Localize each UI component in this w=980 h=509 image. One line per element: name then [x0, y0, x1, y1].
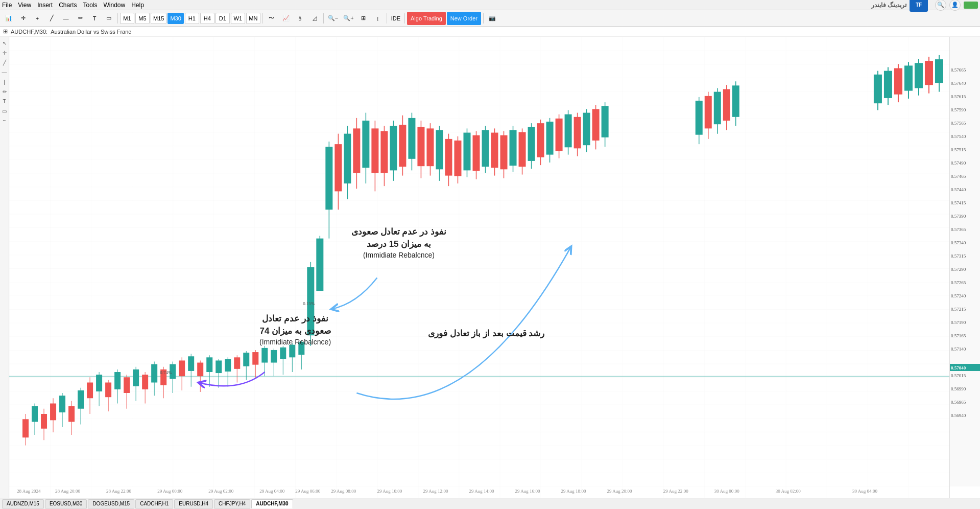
signal-bar: [964, 2, 978, 9]
tf-m1[interactable]: M1: [120, 13, 134, 24]
chart-canvas[interactable]: 0.15% 0.74% 28 Aug 2024 28 Aug 20:00 28 …: [9, 37, 949, 498]
line-btn[interactable]: ╱: [45, 12, 58, 25]
tab-cadchf[interactable]: CADCHF,H1: [135, 499, 173, 508]
tf-w1[interactable]: W1: [231, 13, 245, 24]
zoom-in-btn[interactable]: 🔍+: [341, 12, 355, 25]
svg-rect-132: [696, 101, 703, 135]
tab-audnzd[interactable]: AUDNZD,M15: [2, 499, 44, 508]
chart-scroll-btn[interactable]: 〜: [265, 12, 278, 25]
menu-window[interactable]: Window: [104, 2, 126, 9]
tab-dogeusd[interactable]: DOGEUSD,M15: [88, 499, 134, 508]
svg-text:0.57515: 0.57515: [951, 147, 966, 152]
svg-rect-58: [271, 350, 277, 363]
svg-rect-142: [874, 75, 882, 103]
main-area: ↖ ✛ ╱ — | ✏ T ▭ ~: [0, 37, 980, 498]
tf-h1[interactable]: H1: [185, 13, 199, 24]
hline-btn[interactable]: —: [59, 12, 73, 25]
svg-rect-60: [280, 348, 286, 359]
search-icon[interactable]: 🔍: [935, 0, 946, 11]
svg-rect-26: [124, 377, 130, 393]
annotation-text2: نفوذ در عدم تعادل صعودی به میزان 74 (Imm…: [259, 313, 331, 347]
svg-text:29 Aug 18:00: 29 Aug 18:00: [561, 489, 586, 494]
svg-rect-98: [454, 141, 461, 176]
chart-type-btn[interactable]: 📊: [2, 12, 15, 25]
tab-eosusd[interactable]: EOSUSD,M30: [45, 499, 87, 508]
tab-audchf[interactable]: AUDCHF,M30: [251, 499, 293, 508]
svg-text:0.57615: 0.57615: [951, 94, 966, 99]
tool-text[interactable]: T: [1, 97, 9, 105]
tool-line[interactable]: ╱: [1, 58, 9, 66]
svg-rect-96: [445, 139, 452, 176]
svg-rect-126: [583, 113, 590, 146]
grid-btn[interactable]: ⊞: [357, 12, 370, 25]
user-icon[interactable]: 👤: [949, 0, 961, 11]
tool-fib[interactable]: ~: [1, 117, 9, 125]
svg-text:29 Aug 00:00: 29 Aug 00:00: [157, 489, 182, 494]
tool-rect[interactable]: ▭: [1, 107, 9, 115]
vol-btn[interactable]: ↕: [371, 12, 385, 25]
tool-hline[interactable]: —: [1, 68, 9, 76]
tf-d1[interactable]: D1: [216, 13, 230, 24]
tf-m5[interactable]: M5: [135, 13, 150, 24]
svg-rect-140: [732, 85, 739, 117]
ide-btn[interactable]: IDE: [389, 12, 402, 25]
tool-vline[interactable]: |: [1, 78, 9, 86]
menu-file[interactable]: File: [2, 2, 12, 9]
svg-text:29 Aug 22:00: 29 Aug 22:00: [663, 489, 688, 494]
svg-rect-106: [491, 133, 498, 168]
svg-rect-144: [884, 71, 892, 98]
svg-rect-90: [417, 127, 424, 166]
svg-text:0.57390: 0.57390: [951, 214, 966, 219]
menu-insert[interactable]: Insert: [37, 2, 53, 9]
tab-chfjpy[interactable]: CHFJPY,H4: [214, 499, 250, 508]
tool-cursor[interactable]: ↖: [1, 39, 9, 47]
svg-rect-84: [390, 126, 397, 170]
price-axis: 0.57665 0.57640 0.57615 0.57590 0.57565 …: [949, 37, 980, 498]
svg-text:28 Aug 20:00: 28 Aug 20:00: [55, 489, 80, 494]
svg-rect-38: [179, 360, 185, 376]
crosshair-btn[interactable]: +: [31, 12, 44, 25]
cursor-btn[interactable]: ✛: [16, 12, 30, 25]
svg-text:29 Aug 04:00: 29 Aug 04:00: [259, 489, 284, 494]
svg-rect-12: [59, 396, 65, 412]
svg-rect-80: [371, 128, 378, 173]
svg-rect-44: [206, 357, 212, 372]
menu-view[interactable]: View: [18, 2, 31, 9]
bottom-tabs: AUDNZD,M15 EOSUSD,M30 DOGEUSD,M15 CADCHF…: [0, 498, 980, 509]
bar-chart-btn[interactable]: 📈: [279, 12, 293, 25]
screenshot-btn[interactable]: 📷: [486, 12, 499, 25]
shapes-btn[interactable]: ▭: [102, 12, 115, 25]
tf-h4[interactable]: H4: [200, 13, 214, 24]
svg-text:0.57540: 0.57540: [951, 134, 966, 139]
area-btn[interactable]: ◿: [308, 12, 321, 25]
svg-rect-104: [482, 130, 489, 167]
tf-m15[interactable]: M15: [151, 13, 166, 24]
svg-rect-24: [114, 372, 121, 389]
text-btn[interactable]: T: [88, 12, 101, 25]
svg-rect-42: [197, 363, 203, 377]
tf-mn[interactable]: MN: [246, 13, 260, 24]
svg-rect-175: [950, 37, 980, 487]
svg-rect-134: [705, 96, 712, 129]
svg-rect-50: [234, 357, 240, 369]
svg-rect-130: [602, 106, 609, 137]
menu-charts[interactable]: Charts: [59, 2, 77, 9]
new-order-btn[interactable]: New Order: [447, 12, 481, 25]
tab-eurusd[interactable]: EURUSD,H4: [174, 499, 213, 508]
svg-rect-1: [9, 37, 949, 498]
svg-rect-14: [68, 406, 75, 422]
tf-m30[interactable]: M30: [168, 13, 183, 24]
svg-text:0.57315: 0.57315: [951, 253, 966, 259]
menu-tools[interactable]: Tools: [83, 2, 98, 9]
svg-text:0.57465: 0.57465: [951, 174, 966, 179]
tool-crosshair[interactable]: ✛: [1, 49, 9, 57]
svg-rect-28: [133, 369, 139, 386]
svg-rect-6: [32, 406, 38, 422]
menu-help[interactable]: Help: [131, 2, 144, 9]
pencil-btn[interactable]: ✏: [74, 12, 87, 25]
candle-btn[interactable]: 🕯: [294, 12, 307, 25]
algo-trading-btn[interactable]: Algo Trading: [407, 12, 446, 25]
svg-rect-114: [528, 127, 535, 161]
tool-pencil[interactable]: ✏: [1, 87, 9, 96]
zoom-out-btn[interactable]: 🔍−: [326, 12, 340, 25]
